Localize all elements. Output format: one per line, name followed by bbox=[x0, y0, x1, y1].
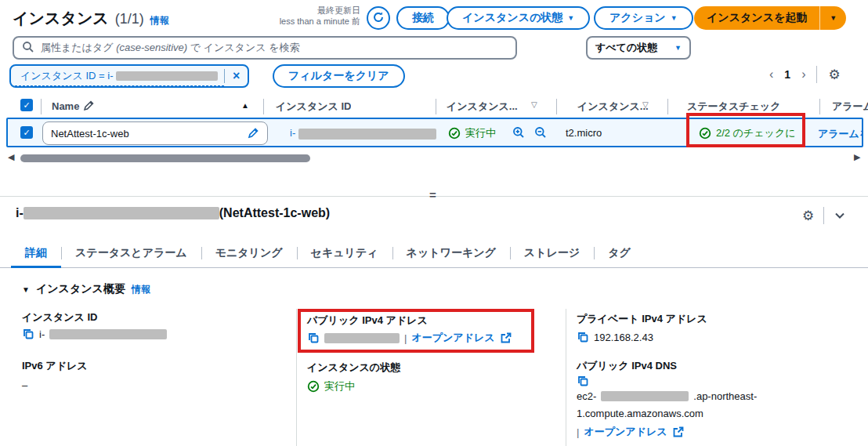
divider bbox=[556, 99, 557, 114]
collapse-chevron-icon[interactable] bbox=[834, 209, 846, 222]
tab-monitoring[interactable]: モニタリング bbox=[201, 240, 297, 268]
instance-type-cell: t2.micro bbox=[566, 127, 602, 139]
edit-pencil-icon[interactable] bbox=[247, 127, 259, 140]
divider bbox=[41, 99, 42, 114]
column-header-status-check[interactable]: ステータスチェック bbox=[687, 100, 814, 114]
instance-id-cell[interactable]: i- bbox=[290, 127, 436, 140]
chevron-down-icon: ▼ bbox=[567, 15, 574, 22]
copy-icon[interactable] bbox=[22, 328, 34, 340]
instance-name-cell[interactable]: NetAttest-1c-web bbox=[42, 121, 268, 145]
launch-instance-menu-button[interactable]: ▼ bbox=[819, 6, 846, 30]
status-ok-icon bbox=[448, 127, 461, 140]
search-placeholder-tail: で インスタンス を検索 bbox=[187, 42, 299, 53]
zoom-out-icon[interactable] bbox=[534, 126, 547, 141]
scroll-left-arrow[interactable]: ◀ bbox=[8, 152, 14, 162]
divider bbox=[667, 99, 668, 114]
scroll-right-arrow[interactable]: ▶ bbox=[854, 152, 860, 162]
field-value-public-dns-link: | オープンアドレス bbox=[577, 425, 685, 439]
chevron-down-icon: ▼ bbox=[675, 45, 682, 52]
search-placeholder-italic: (case-sensitive) bbox=[116, 42, 187, 53]
state-filter-label: すべての状態 bbox=[595, 41, 657, 55]
column-header-name[interactable]: Name bbox=[52, 100, 95, 112]
redacted-value bbox=[601, 391, 689, 401]
column-header-alarm[interactable]: アラームの状態 bbox=[832, 100, 868, 114]
edit-pencil-icon bbox=[82, 100, 95, 112]
info-link[interactable]: 情報 bbox=[132, 283, 150, 296]
open-address-link[interactable]: オープンアドレス bbox=[411, 331, 494, 345]
divider bbox=[436, 99, 436, 114]
copy-icon[interactable] bbox=[577, 331, 589, 343]
prev-page-button[interactable]: ‹ bbox=[769, 67, 773, 82]
search-placeholder: 属性またはタグ bbox=[41, 42, 116, 53]
column-header-instance-state[interactable]: インスタンス... bbox=[447, 100, 518, 114]
filter-caret-icon[interactable]: ▽ bbox=[531, 100, 537, 109]
table-settings-gear-icon[interactable]: ⚙ bbox=[828, 67, 840, 83]
field-value-instance-state: 実行中 bbox=[307, 379, 355, 393]
section-collapse-arrow[interactable]: ▼ bbox=[22, 285, 30, 294]
status-check-value: 2/2 のチェックに bbox=[716, 126, 796, 140]
open-address-link[interactable]: オープンアドレス bbox=[584, 425, 667, 439]
field-label-ipv6: IPv6 アドレス bbox=[22, 359, 88, 373]
actions-label: アクション bbox=[609, 11, 666, 25]
tab-tags[interactable]: タグ bbox=[594, 240, 645, 268]
launch-instance-button[interactable]: インスタンスを起動 bbox=[694, 6, 819, 30]
next-page-button[interactable]: › bbox=[801, 67, 805, 82]
remove-filter-button[interactable]: × bbox=[224, 69, 248, 83]
instance-count: (1/1) bbox=[115, 11, 144, 27]
page-title: インスタンス bbox=[13, 8, 109, 29]
tab-storage[interactable]: ストレージ bbox=[510, 240, 594, 268]
chevron-down-icon: ▼ bbox=[671, 15, 678, 22]
state-filter-select[interactable]: すべての状態 ▼ bbox=[586, 36, 691, 60]
field-value-instance-id: i- bbox=[22, 328, 167, 340]
field-value-private-ipv4: 192.168.2.43 bbox=[577, 331, 653, 343]
external-link-icon[interactable] bbox=[672, 426, 685, 438]
table-row[interactable]: ✓ NetAttest-1c-web i- 実行中 t2.micro 2/2 の… bbox=[6, 118, 863, 147]
copy-icon[interactable] bbox=[577, 375, 589, 387]
last-updated-value: less than a minute 前 bbox=[259, 16, 360, 27]
clear-filters-label: フィルターをクリア bbox=[288, 69, 389, 83]
filter-token-label: インスタンス ID = i- bbox=[11, 67, 224, 86]
select-all-checkbox[interactable]: ✓ bbox=[20, 99, 33, 111]
instance-state-label: インスタンスの状態 bbox=[462, 11, 562, 25]
column-header-instance-type[interactable]: インスタンス... bbox=[577, 100, 649, 114]
redacted-value bbox=[49, 329, 167, 339]
sort-asc-icon[interactable]: ▲ bbox=[241, 101, 249, 110]
filter-caret-icon[interactable]: ▽ bbox=[642, 100, 649, 109]
copy-icon[interactable] bbox=[307, 332, 320, 344]
divider bbox=[819, 99, 820, 114]
divider bbox=[566, 309, 566, 446]
field-label-public-ipv4: パブリック IPv4 アドレス bbox=[307, 314, 428, 328]
tab-status-and-alarms[interactable]: ステータスとアラーム bbox=[61, 240, 201, 268]
redacted-value bbox=[24, 207, 219, 219]
tab-networking[interactable]: ネットワーキング bbox=[392, 240, 510, 268]
view-alarms-link[interactable]: アラームを表 bbox=[818, 127, 863, 141]
separator: | bbox=[404, 332, 407, 344]
column-header-instance-id[interactable]: インスタンス ID bbox=[276, 100, 351, 114]
divider bbox=[816, 66, 817, 83]
panel-settings-gear-icon[interactable]: ⚙ bbox=[802, 208, 814, 224]
zoom-in-icon[interactable] bbox=[512, 126, 525, 141]
filter-token: インスタンス ID = i- × bbox=[9, 64, 249, 88]
divider bbox=[823, 207, 824, 224]
horizontal-scrollbar[interactable] bbox=[20, 154, 310, 162]
redacted-value bbox=[116, 71, 218, 81]
page-number[interactable]: 1 bbox=[784, 68, 790, 81]
row-checkbox[interactable]: ✓ bbox=[20, 126, 33, 139]
info-link[interactable]: 情報 bbox=[150, 14, 169, 27]
actions-dropdown-button[interactable]: アクション ▼ bbox=[594, 6, 693, 30]
instance-state-dropdown-button[interactable]: インスタンスの状態 ▼ bbox=[447, 6, 590, 30]
tab-security[interactable]: セキュリティ bbox=[297, 240, 392, 268]
refresh-button[interactable] bbox=[367, 6, 390, 30]
external-link-icon[interactable] bbox=[500, 332, 512, 344]
clear-filters-button[interactable]: フィルターをクリア bbox=[273, 64, 405, 88]
section-title: インスタンス概要 bbox=[36, 282, 125, 296]
tab-details[interactable]: 詳細 bbox=[11, 240, 61, 268]
instance-name: NetAttest-1c-web bbox=[51, 128, 129, 140]
field-label-public-dns: パブリック IPv4 DNS bbox=[577, 359, 677, 373]
chevron-down-icon: ▼ bbox=[830, 15, 837, 22]
field-label-private-ipv4: プライベート IPv4 アドレス bbox=[577, 312, 707, 326]
connect-button[interactable]: 接続 bbox=[396, 6, 450, 30]
search-input[interactable]: 属性またはタグ (case-sensitive) で インスタンス を検索 bbox=[13, 36, 517, 60]
split-panel-drag-handle[interactable]: = bbox=[429, 188, 436, 201]
field-value-public-dns-line1: ec2- .ap-northeast- bbox=[577, 390, 757, 402]
